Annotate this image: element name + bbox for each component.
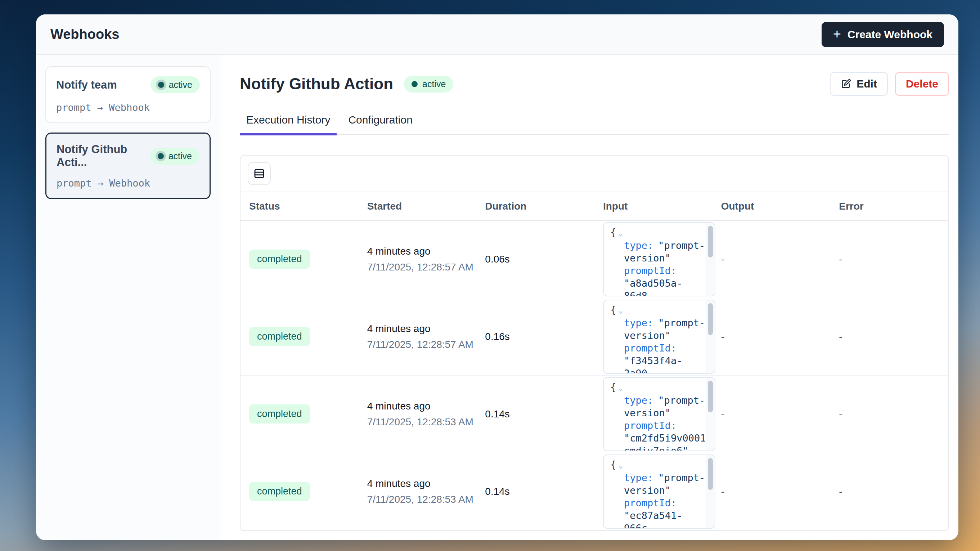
output-value: - bbox=[721, 331, 724, 342]
scrollbar-track[interactable] bbox=[706, 378, 715, 451]
scrollbar-track[interactable] bbox=[706, 455, 715, 528]
started-relative: 4 minutes ago bbox=[367, 478, 477, 489]
json-key: type: bbox=[624, 240, 653, 251]
webhook-detail-panel: Notify Github Action active Edit bbox=[220, 55, 958, 540]
json-string: "f3453f4a-2a90- bbox=[624, 355, 682, 374]
delete-button[interactable]: Delete bbox=[895, 72, 949, 96]
edit-icon bbox=[841, 78, 851, 89]
input-json-viewer[interactable]: {⌄ type:"prompt- version" promptId: "f34… bbox=[603, 299, 715, 374]
execution-history-table: Status Started Duration Input Output Err… bbox=[240, 192, 948, 530]
json-string: "prompt- bbox=[658, 240, 705, 251]
webhook-list-sidebar: Notify team active prompt → Webhook Noti… bbox=[36, 55, 220, 540]
chevron-down-icon[interactable]: ⌄ bbox=[618, 228, 623, 237]
create-webhook-label: Create Webhook bbox=[848, 29, 932, 41]
scrollbar-thumb[interactable] bbox=[708, 381, 713, 412]
tab-configuration[interactable]: Configuration bbox=[342, 114, 419, 134]
status-badge: completed bbox=[249, 250, 310, 269]
chevron-down-icon[interactable]: ⌄ bbox=[618, 383, 623, 392]
status-badge: completed bbox=[249, 482, 310, 501]
started-relative: 4 minutes ago bbox=[367, 245, 477, 257]
started-absolute: 7/11/2025, 12:28:53 AM bbox=[367, 416, 477, 428]
status-badge-label: active bbox=[169, 151, 192, 161]
output-value: - bbox=[721, 408, 724, 420]
webhook-item-header: Notify team active bbox=[56, 76, 200, 93]
json-string: "cm2fd5i9v0001ff bbox=[624, 433, 715, 444]
json-string: "ec87a541-966c- bbox=[624, 510, 682, 529]
webhook-item-route: prompt → Webhook bbox=[57, 178, 199, 189]
edit-button-label: Edit bbox=[856, 78, 877, 90]
status-badge: active bbox=[151, 76, 200, 93]
json-string: version" bbox=[624, 485, 671, 496]
json-string: version" bbox=[624, 407, 671, 419]
chevron-down-icon[interactable]: ⌄ bbox=[618, 460, 623, 470]
detail-title-group: Notify Github Action active bbox=[240, 75, 453, 93]
table-toolbar bbox=[240, 156, 948, 192]
column-header-duration: Duration bbox=[476, 192, 594, 220]
detail-header: Notify Github Action active Edit bbox=[240, 72, 949, 96]
status-badge: completed bbox=[249, 327, 310, 346]
detail-actions: Edit Delete bbox=[830, 72, 949, 96]
table-row: completed 4 minutes ago 7/11/2025, 12:28… bbox=[240, 298, 948, 375]
chevron-down-icon[interactable]: ⌄ bbox=[618, 306, 623, 315]
table-row: completed 4 minutes ago 7/11/2025, 12:28… bbox=[240, 375, 948, 453]
json-string: version" bbox=[624, 330, 671, 341]
status-dot-icon bbox=[412, 81, 418, 87]
webhook-list-item-notify-github-action[interactable]: Notify Github Acti... active prompt → We… bbox=[45, 132, 211, 199]
json-brace: { bbox=[610, 381, 616, 393]
webhook-item-header: Notify Github Acti... active bbox=[57, 143, 199, 169]
app-header: Webhooks + Create Webhook bbox=[36, 14, 958, 55]
json-code: {⌄ type:"prompt- version" promptId: "f34… bbox=[604, 300, 715, 374]
started-absolute: 7/11/2025, 12:28:53 AM bbox=[367, 494, 477, 505]
scrollbar-thumb[interactable] bbox=[708, 458, 713, 490]
scrollbar-thumb[interactable] bbox=[708, 303, 713, 335]
json-key: promptId: bbox=[624, 420, 676, 431]
rows-icon bbox=[253, 167, 265, 180]
input-json-viewer[interactable]: {⌄ type:"prompt- version" promptId: "ec8… bbox=[603, 454, 715, 529]
json-key: type: bbox=[624, 472, 653, 483]
webhook-list-item-notify-team[interactable]: Notify team active prompt → Webhook bbox=[45, 66, 211, 123]
json-code: {⌄ type:"prompt- version" promptId: "a8a… bbox=[604, 223, 715, 296]
input-json-viewer[interactable]: {⌄ type:"prompt- version" promptId: "a8a… bbox=[603, 222, 715, 296]
scrollbar-track[interactable] bbox=[706, 223, 715, 296]
status-dot-icon bbox=[158, 153, 164, 159]
app-window: Webhooks + Create Webhook Notify team ac… bbox=[36, 14, 958, 540]
error-value: - bbox=[839, 253, 842, 265]
duration-value: 0.06s bbox=[485, 253, 510, 265]
page-title: Webhooks bbox=[50, 27, 119, 42]
input-json-viewer[interactable]: {⌄ type:"prompt- version" promptId: "cm2… bbox=[603, 377, 715, 451]
table-row: completed 4 minutes ago 7/11/2025, 12:28… bbox=[240, 453, 948, 530]
edit-button[interactable]: Edit bbox=[830, 72, 888, 96]
status-badge-label: active bbox=[169, 80, 192, 90]
status-dot-icon bbox=[158, 82, 164, 88]
webhook-item-name: Notify Github Acti... bbox=[57, 143, 150, 169]
json-string: "prompt- bbox=[658, 395, 705, 406]
json-brace: { bbox=[610, 226, 616, 238]
delete-button-label: Delete bbox=[906, 78, 938, 90]
started-absolute: 7/11/2025, 12:28:57 AM bbox=[367, 261, 477, 273]
status-badge: active bbox=[404, 76, 453, 92]
app-body: Notify team active prompt → Webhook Noti… bbox=[36, 55, 958, 540]
table-view-toggle-button[interactable] bbox=[248, 162, 271, 185]
json-string: cmdiv7oio6" bbox=[624, 445, 688, 451]
json-string: version" bbox=[624, 252, 671, 264]
plus-icon: + bbox=[833, 27, 841, 41]
started-relative: 4 minutes ago bbox=[367, 400, 477, 412]
json-key: promptId: bbox=[624, 342, 676, 354]
scrollbar-track[interactable] bbox=[706, 300, 715, 373]
column-header-status: Status bbox=[240, 192, 359, 220]
column-header-started: Started bbox=[359, 192, 477, 220]
json-key: promptId: bbox=[624, 265, 676, 276]
webhook-item-name: Notify team bbox=[56, 78, 117, 91]
execution-history-table-card: Status Started Duration Input Output Err… bbox=[240, 155, 949, 531]
error-value: - bbox=[839, 331, 842, 342]
started-absolute: 7/11/2025, 12:28:57 AM bbox=[367, 339, 477, 350]
json-brace: { bbox=[610, 304, 616, 315]
column-header-output: Output bbox=[713, 192, 830, 220]
json-code: {⌄ type:"prompt- version" promptId: "cm2… bbox=[604, 378, 715, 451]
scrollbar-thumb[interactable] bbox=[708, 226, 713, 258]
column-header-error: Error bbox=[830, 192, 948, 220]
tab-execution-history[interactable]: Execution History bbox=[240, 114, 337, 134]
json-string: "prompt- bbox=[658, 472, 705, 483]
create-webhook-button[interactable]: + Create Webhook bbox=[822, 22, 944, 47]
json-string: "a8ad505a-86d8- bbox=[624, 278, 682, 296]
